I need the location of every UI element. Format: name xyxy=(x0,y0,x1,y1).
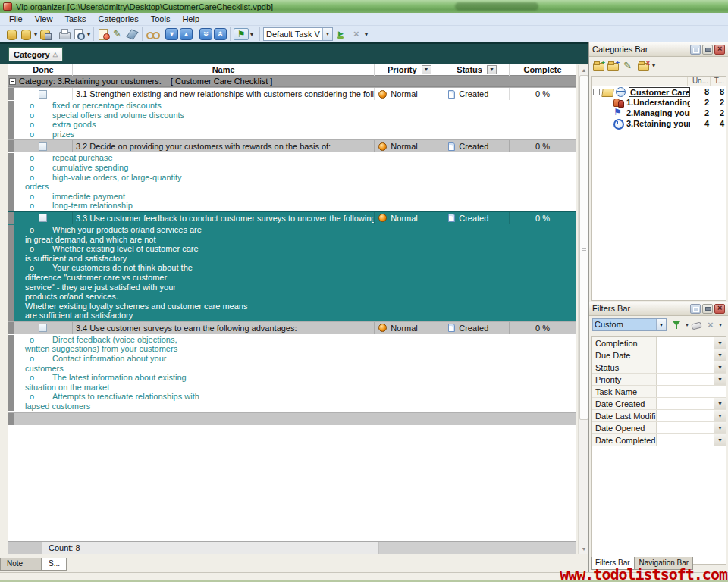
scrollbar-thumb[interactable] xyxy=(579,75,588,420)
clear-filter-icon[interactable] xyxy=(704,319,717,331)
move-up-icon[interactable] xyxy=(180,28,193,40)
filter-value-field[interactable] xyxy=(657,361,714,373)
move-to-top-icon[interactable] xyxy=(214,28,227,40)
filter-preset-combo[interactable]: Custom ▼ xyxy=(592,318,667,331)
category-tree-item[interactable]: 3.Retaining your cust44 xyxy=(592,118,726,129)
chevron-down-icon[interactable]: ▾ xyxy=(686,321,689,328)
restore-icon[interactable] xyxy=(690,45,701,55)
task-checkbox[interactable] xyxy=(39,214,47,222)
group-by-category-button[interactable]: Category △ xyxy=(9,48,62,61)
filter-dropdown-icon[interactable]: ▼ xyxy=(714,337,726,349)
open-database-icon[interactable] xyxy=(20,28,33,40)
task-checkbox[interactable] xyxy=(39,324,47,332)
filter-value-field[interactable] xyxy=(657,386,726,397)
task-row[interactable]: 3.3 Use customer feedback to conduct cus… xyxy=(8,211,576,224)
chevron-down-icon[interactable]: ▼ xyxy=(656,319,666,330)
task-status[interactable]: Created xyxy=(444,140,510,152)
print-preview-icon[interactable] xyxy=(73,28,86,40)
print-icon[interactable] xyxy=(58,28,71,40)
filter-dropdown-icon[interactable]: ▼ xyxy=(714,434,726,446)
pin-icon[interactable] xyxy=(702,304,713,314)
column-filter-dropdown[interactable]: ▼ xyxy=(422,65,431,74)
menu-tools[interactable]: Tools xyxy=(145,14,177,24)
menu-file[interactable]: File xyxy=(3,14,29,24)
task-row[interactable]: 3.1 Strengthen existing and new relation… xyxy=(8,87,576,100)
uncompleted-column-header[interactable]: Un... xyxy=(687,77,710,86)
column-header-name[interactable]: Name xyxy=(73,64,375,76)
restore-icon[interactable] xyxy=(690,304,701,314)
filter-value-field[interactable] xyxy=(657,434,714,446)
scroll-down-icon[interactable]: ▼ xyxy=(579,544,589,554)
edit-task-icon[interactable] xyxy=(111,28,124,40)
column-header-priority[interactable]: Priority▼ xyxy=(375,64,444,76)
filter-dropdown-icon[interactable]: ▼ xyxy=(714,398,726,409)
new-category-icon[interactable]: + xyxy=(592,61,605,71)
task-checkbox[interactable] xyxy=(39,142,47,151)
move-to-bottom-icon[interactable] xyxy=(199,28,212,40)
close-icon[interactable] xyxy=(714,45,725,55)
task-priority[interactable]: Normal xyxy=(375,322,444,334)
close-icon[interactable] xyxy=(714,304,725,314)
filter-dropdown-icon[interactable]: ▼ xyxy=(714,361,726,373)
new-database-icon[interactable] xyxy=(5,28,18,40)
filter-dropdown-icon[interactable]: ▼ xyxy=(714,422,726,433)
filter-dropdown-icon[interactable]: ▼ xyxy=(714,349,726,361)
menu-view[interactable]: View xyxy=(29,14,59,24)
filter-value-field[interactable] xyxy=(657,410,714,421)
task-priority[interactable]: Normal xyxy=(375,88,444,100)
menu-help[interactable]: Help xyxy=(176,14,206,24)
category-tree-item[interactable]: 1.Understanding your22 xyxy=(592,97,726,108)
chevron-down-icon[interactable]: ▾ xyxy=(719,321,722,328)
notes-icon[interactable] xyxy=(146,28,158,40)
category-tree-item[interactable]: Customer Care Checkl88 xyxy=(592,86,726,97)
chevron-down-icon[interactable]: ▾ xyxy=(652,62,655,69)
collapse-icon[interactable] xyxy=(593,89,600,95)
column-header-done[interactable]: Done xyxy=(14,64,73,76)
chevron-down-icon[interactable]: ▾ xyxy=(250,31,253,38)
grid-vertical-scrollbar[interactable]: ▲ ▼ xyxy=(578,65,588,554)
apply-filter-icon[interactable] xyxy=(671,319,684,331)
tab-s[interactable]: S... xyxy=(42,558,67,571)
apply-view-icon[interactable] xyxy=(336,28,349,40)
filter-dropdown-icon[interactable]: ▼ xyxy=(714,410,726,421)
category-group-row[interactable]: Category: 3.Retaining your customers. [ … xyxy=(8,76,576,87)
task-row[interactable]: 3.4 Use customer surveys to earn the fol… xyxy=(8,321,576,334)
filter-value-field[interactable] xyxy=(657,374,714,385)
edit-category-icon[interactable] xyxy=(622,60,635,72)
delete-category-icon[interactable]: x xyxy=(637,61,650,71)
clear-x-icon[interactable] xyxy=(350,28,363,40)
filter-value-field[interactable] xyxy=(657,349,714,361)
filter-value-field[interactable] xyxy=(657,398,714,409)
task-status[interactable]: Created xyxy=(444,322,510,334)
pin-icon[interactable] xyxy=(702,45,713,55)
new-task-icon[interactable] xyxy=(97,28,110,40)
save-database-icon[interactable] xyxy=(39,28,52,40)
menu-categories[interactable]: Categories xyxy=(93,14,145,24)
chevron-down-icon[interactable]: ▾ xyxy=(87,31,90,38)
total-column-header[interactable]: T... xyxy=(710,77,726,86)
column-header-complete[interactable]: Complete xyxy=(510,64,576,76)
erase-filter-icon[interactable] xyxy=(690,319,703,331)
task-status[interactable]: Created xyxy=(444,212,510,224)
task-view-combo[interactable]: Default Task V ▼ xyxy=(263,27,333,41)
column-header-status[interactable]: Status▼ xyxy=(444,64,510,76)
task-status[interactable]: Created xyxy=(444,88,510,100)
new-subcategory-icon[interactable]: + xyxy=(607,61,620,71)
task-priority[interactable]: Normal xyxy=(375,212,444,224)
collapse-icon[interactable] xyxy=(9,78,16,85)
chevron-down-icon[interactable]: ▼ xyxy=(322,28,332,40)
task-priority[interactable]: Normal xyxy=(375,140,444,152)
chevron-down-icon[interactable]: ▾ xyxy=(34,31,37,38)
menu-tasks[interactable]: Tasks xyxy=(58,14,92,24)
category-tree-item[interactable]: 2.Managing your cust22 xyxy=(592,108,726,118)
chevron-down-icon[interactable]: ▾ xyxy=(365,31,368,38)
column-filter-dropdown[interactable]: ▼ xyxy=(487,65,497,74)
scroll-up-icon[interactable]: ▲ xyxy=(579,65,589,75)
task-row[interactable]: 3.2 Decide on providing your customers w… xyxy=(8,139,576,152)
tab-note[interactable]: Note xyxy=(0,558,42,571)
delete-task-icon[interactable] xyxy=(126,28,139,40)
task-checkbox[interactable] xyxy=(39,90,47,99)
filter-dropdown-icon[interactable]: ▼ xyxy=(714,374,726,385)
filter-value-field[interactable] xyxy=(657,422,714,433)
flag-icon[interactable] xyxy=(234,28,249,40)
